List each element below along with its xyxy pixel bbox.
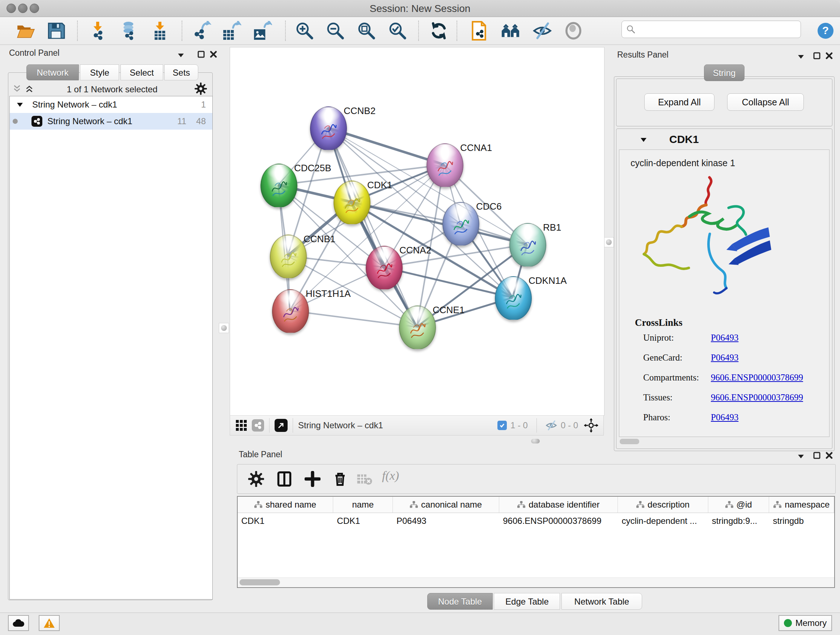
table-row[interactable]: CDK1CDK1P064939606.ENSP00000378699cyclin… — [238, 513, 834, 529]
search-input[interactable] — [636, 24, 801, 35]
column-header-description[interactable]: description — [618, 497, 708, 513]
warnings-button[interactable] — [39, 615, 60, 631]
show-preview-icon[interactable] — [564, 21, 583, 41]
network-node-cdk1[interactable] — [333, 181, 370, 225]
float-panel-icon[interactable] — [813, 451, 821, 460]
add-column-icon[interactable] — [305, 471, 321, 487]
current-network-indicator — [13, 119, 18, 124]
tab-network[interactable]: Network — [27, 65, 79, 80]
import-network-icon[interactable] — [88, 21, 107, 41]
birds-eye-navigator-icon[interactable] — [584, 418, 598, 432]
zoom-out-icon[interactable] — [325, 21, 345, 41]
network-collection-row[interactable]: String Network – cdk1 1 — [10, 96, 212, 113]
export-network-icon[interactable] — [192, 21, 211, 41]
table-cell[interactable]: 9606.ENSP00000378699 — [499, 513, 618, 529]
panel-menu-icon[interactable] — [797, 453, 805, 460]
crosslink-value-link[interactable]: P06493 — [711, 353, 738, 363]
close-panel-icon[interactable] — [209, 50, 218, 59]
float-panel-icon[interactable] — [813, 51, 821, 60]
table-cell[interactable]: P06493 — [393, 513, 499, 529]
panel-menu-icon[interactable] — [177, 51, 185, 59]
tab-sets[interactable]: Sets — [164, 65, 198, 80]
delete-table-icon[interactable] — [357, 471, 373, 487]
network-node-ccnb1[interactable] — [270, 234, 307, 279]
column-type-tree-icon — [517, 501, 525, 508]
zoom-fit-icon[interactable] — [357, 21, 376, 41]
delete-column-icon[interactable] — [332, 471, 348, 487]
refresh-icon[interactable] — [429, 21, 448, 41]
save-session-icon[interactable] — [46, 21, 66, 41]
crosslink-value-link[interactable]: P06493 — [711, 412, 738, 423]
network-node-cdc6[interactable] — [442, 202, 479, 246]
table-cell[interactable]: CDK1 — [333, 513, 393, 529]
tab-style[interactable]: Style — [80, 65, 119, 80]
results-hscroll-thumb[interactable] — [620, 439, 639, 444]
show-all-networks-icon[interactable] — [501, 21, 521, 41]
open-file-network-icon[interactable] — [470, 21, 489, 41]
tab-network-table[interactable]: Network Table — [561, 593, 642, 610]
network-node-cdc25b[interactable] — [261, 164, 297, 208]
detach-view-icon[interactable] — [275, 419, 287, 432]
tab-select[interactable]: Select — [120, 65, 163, 80]
collapse-all-networks-icon[interactable] — [12, 84, 22, 93]
horizontal-splitter-handle[interactable] — [531, 439, 540, 443]
import-network-from-database-icon[interactable] — [118, 21, 138, 41]
search-box[interactable] — [622, 21, 801, 38]
left-splitter-handle[interactable] — [219, 323, 229, 333]
column-header-shared-name[interactable]: shared name — [238, 497, 333, 513]
network-canvas[interactable]: CCNB2 CCNA1 CDC25B CDK1 CDC6 RB1 CCNB1 C… — [230, 47, 605, 416]
column-header-namespace[interactable]: namespace — [769, 497, 834, 513]
apply-function-button[interactable]: f(x) — [382, 469, 399, 483]
network-row-selected[interactable]: String Network – cdk1 11 48 — [10, 113, 212, 130]
close-panel-icon[interactable] — [825, 51, 834, 60]
zoom-selected-icon[interactable] — [388, 21, 407, 41]
help-icon[interactable]: ? — [817, 22, 834, 40]
network-node-ccne1[interactable] — [399, 306, 436, 350]
crosslink-label: GeneCard: — [643, 353, 711, 363]
crosslink-value-link[interactable]: P06493 — [711, 333, 738, 343]
export-image-icon[interactable] — [253, 21, 272, 41]
network-node-cdkn1a[interactable] — [495, 276, 532, 320]
collapse-all-button[interactable]: Collapse All — [727, 93, 804, 111]
selected-checkbox-icon[interactable] — [497, 421, 507, 430]
table-cell[interactable]: cyclin-dependent ... — [618, 513, 708, 529]
zoom-in-icon[interactable] — [295, 21, 314, 41]
column-header-name[interactable]: name — [333, 497, 393, 513]
panel-menu-icon[interactable] — [797, 53, 805, 60]
network-node-ccnb2[interactable] — [310, 106, 347, 150]
open-session-icon[interactable] — [16, 21, 35, 41]
column-header-database-identifier[interactable]: database identifier — [499, 497, 618, 513]
tab-node-table[interactable]: Node Table — [427, 593, 493, 610]
import-table-icon[interactable] — [150, 21, 170, 41]
expand-all-networks-icon[interactable] — [25, 84, 34, 93]
protein-expander-icon[interactable] — [639, 136, 648, 143]
table-cell[interactable]: stringdb:9... — [708, 513, 769, 529]
cloud-status-button[interactable] — [8, 615, 29, 631]
table-cell[interactable]: stringdb — [769, 513, 834, 529]
table-cell[interactable]: CDK1 — [238, 513, 333, 529]
network-node-hist1h1a[interactable] — [272, 289, 309, 333]
grid-view-icon[interactable] — [236, 420, 247, 431]
table-options-gear-icon[interactable] — [248, 471, 264, 487]
crosslink-value-link[interactable]: 9606.ENSP00000378699 — [711, 372, 803, 383]
memory-button[interactable]: Memory — [778, 615, 832, 631]
network-node-rb1[interactable] — [509, 223, 546, 267]
export-table-icon[interactable] — [222, 21, 241, 41]
collection-expander-icon[interactable] — [16, 102, 24, 108]
column-header-canonical-name[interactable]: canonical name — [393, 497, 499, 513]
hide-selected-icon[interactable] — [532, 21, 552, 41]
network-node-ccna2[interactable] — [366, 246, 403, 290]
crosslink-value-link[interactable]: 9606.ENSP00000378699 — [711, 393, 803, 402]
tab-edge-table[interactable]: Edge Table — [494, 593, 560, 610]
show-columns-icon[interactable] — [276, 471, 292, 487]
close-panel-icon[interactable] — [825, 451, 834, 460]
network-node-ccna1[interactable] — [426, 143, 463, 187]
table-horizontal-scrollbar[interactable] — [238, 578, 834, 587]
float-panel-icon[interactable] — [197, 50, 205, 59]
expand-all-button[interactable]: Expand All — [644, 93, 714, 111]
column-header--id[interactable]: @id — [708, 497, 769, 513]
scrollbar-thumb[interactable] — [240, 579, 280, 585]
network-options-gear-icon[interactable] — [195, 82, 207, 95]
network-share-view-icon[interactable] — [252, 419, 264, 432]
tab-string[interactable]: String — [704, 65, 745, 81]
